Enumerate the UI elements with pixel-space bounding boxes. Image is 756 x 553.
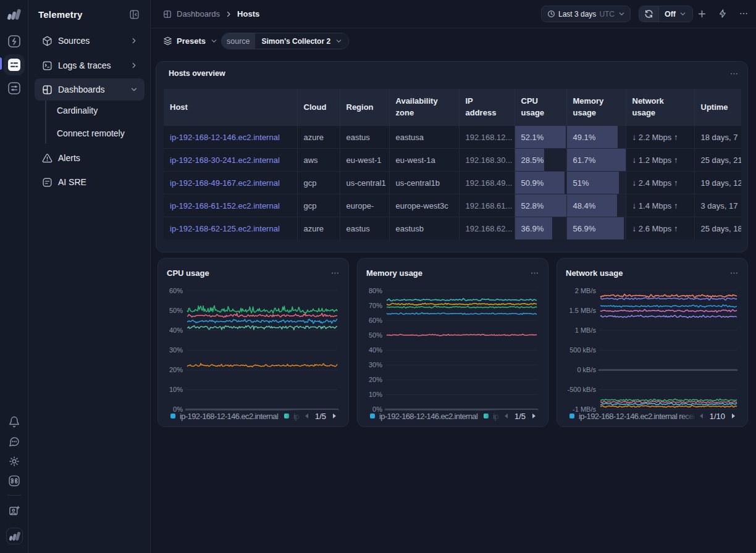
svg-text:2 MB/s: 2 MB/s — [575, 287, 597, 294]
svg-text:0 kB/s: 0 kB/s — [577, 366, 596, 373]
svg-text:30%: 30% — [369, 361, 382, 368]
svg-text:60%: 60% — [369, 317, 382, 324]
svg-text:40%: 40% — [169, 326, 183, 334]
svg-text:20%: 20% — [369, 376, 382, 383]
svg-text:50%: 50% — [369, 331, 382, 339]
svg-text:80%: 80% — [369, 287, 382, 294]
svg-text:10%: 10% — [169, 386, 183, 393]
svg-text:50%: 50% — [169, 307, 183, 314]
svg-text:40%: 40% — [369, 346, 382, 354]
svg-text:1 MB/s: 1 MB/s — [575, 326, 597, 334]
svg-text:30%: 30% — [169, 346, 183, 354]
svg-text:60%: 60% — [169, 287, 183, 294]
svg-text:1.5 MB/s: 1.5 MB/s — [569, 307, 597, 314]
svg-text:10%: 10% — [369, 391, 382, 398]
svg-text:500 kB/s: 500 kB/s — [569, 346, 596, 354]
svg-text:20%: 20% — [169, 366, 183, 373]
svg-text:-500 kB/s: -500 kB/s — [568, 386, 597, 393]
svg-text:70%: 70% — [369, 302, 382, 309]
